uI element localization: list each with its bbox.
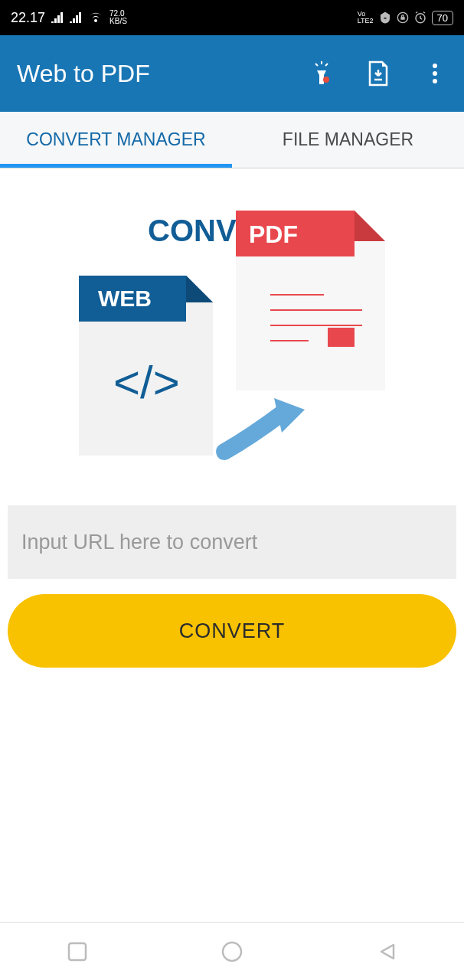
svg-text:PDF: PDF <box>249 220 298 248</box>
svg-point-5 <box>433 79 437 83</box>
signal-icon <box>51 12 64 23</box>
svg-rect-18 <box>355 241 385 256</box>
app-bar: Web to PDF <box>0 35 464 112</box>
app-title: Web to PDF <box>17 60 309 88</box>
nav-back-button[interactable] <box>373 938 400 965</box>
web-file-icon: WEB </> <box>79 276 213 456</box>
tab-bar: CONVERT MANAGER FILE MANAGER <box>0 112 464 168</box>
tab-file-manager[interactable]: FILE MANAGER <box>232 112 464 168</box>
flashlight-button[interactable] <box>309 61 334 86</box>
status-bar: 22.17 72.0 KB/S Vo LTE2 70 <box>0 0 464 35</box>
status-time: 22.17 <box>11 10 45 26</box>
tab-convert-manager[interactable]: CONVERT MANAGER <box>0 112 232 168</box>
nav-recent-button[interactable] <box>64 938 91 965</box>
svg-marker-17 <box>355 211 385 241</box>
circle-icon <box>221 940 243 963</box>
nav-home-button[interactable] <box>218 938 246 965</box>
convert-button[interactable]: CONVERT <box>8 594 456 668</box>
flashlight-icon <box>311 60 332 87</box>
hero-illustration: CONVERT WEB </> PDF <box>0 168 464 490</box>
alarm-icon <box>413 11 427 24</box>
triangle-back-icon <box>377 942 397 962</box>
volte-icon: Vo LTE2 <box>358 11 374 24</box>
svg-rect-26 <box>69 943 86 960</box>
svg-rect-24 <box>328 328 355 347</box>
network-speed: 72.0 KB/S <box>109 10 127 25</box>
svg-marker-25 <box>274 398 305 433</box>
svg-point-3 <box>433 64 437 68</box>
battery-indicator: 70 <box>432 11 453 25</box>
download-file-button[interactable] <box>366 61 390 86</box>
wifi-icon <box>88 11 103 24</box>
menu-button[interactable] <box>423 61 447 86</box>
arrow-icon <box>224 398 305 452</box>
svg-point-27 <box>223 942 241 961</box>
file-download-icon <box>368 60 389 87</box>
svg-text:</>: </> <box>113 357 180 408</box>
url-input[interactable] <box>8 505 456 579</box>
pdf-file-icon: PDF <box>236 211 385 390</box>
square-icon <box>67 942 87 962</box>
signal-icon-2 <box>70 12 82 23</box>
more-vert-icon <box>432 63 438 84</box>
svg-point-2 <box>323 77 329 83</box>
vibrate-icon <box>378 11 392 24</box>
svg-rect-15 <box>236 256 385 390</box>
lock-icon <box>397 11 409 24</box>
system-nav-bar <box>0 922 464 980</box>
svg-point-4 <box>433 71 437 76</box>
svg-rect-11 <box>186 302 213 322</box>
svg-text:WEB: WEB <box>98 286 152 311</box>
